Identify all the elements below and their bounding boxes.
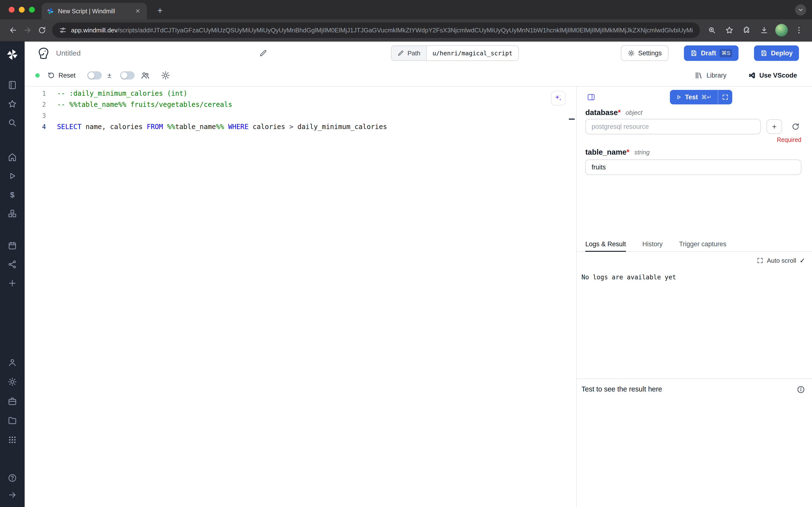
extensions-button[interactable] [740,23,754,38]
table-field-label-row: table_name* string [585,147,801,158]
script-header: Path u/henri/magical_script Settings Dra… [25,42,812,65]
table-name-input[interactable] [585,160,801,175]
draft-button[interactable]: Draft ⌘S [684,45,739,61]
required-asterisk: * [627,148,630,156]
test-shortcut: ⌘↵ [701,94,711,101]
sidebar-item-settings[interactable] [6,376,18,388]
ai-assistant-button[interactable] [551,91,566,105]
script-title-input[interactable] [56,49,259,57]
toggle-multiplayer[interactable] [120,71,135,79]
zoom-icon [708,26,716,35]
script-toolbar: Reset ± Library Use VScode [25,65,812,87]
bookmark-button[interactable] [722,23,737,38]
add-resource-button[interactable]: + [766,119,782,134]
site-settings-icon[interactable] [59,26,67,34]
code-line[interactable]: -- %%table_name%% fruits/vegetables/cere… [57,99,576,110]
gear-icon [628,50,635,57]
check-icon[interactable]: ✓ [800,257,805,265]
info-icon[interactable] [797,385,805,394]
users-icon[interactable] [140,70,150,80]
sidebar-item-variables[interactable]: $ [6,189,18,201]
use-vscode-button[interactable]: Use VScode [748,71,797,79]
reload-icon [38,26,46,35]
sidebar-item-help[interactable] [6,472,18,484]
path-value: u/henri/magical_script [427,46,518,60]
table-input-row [585,160,801,175]
table-field-label: table_name* [585,148,630,157]
test-label: Test [685,94,698,101]
reload-button[interactable] [35,23,49,38]
expand-logs-icon[interactable] [757,257,763,264]
code-lines[interactable]: -- :daily_minimum_calories (int)-- %%tab… [57,87,576,507]
settings-button[interactable]: Settings [621,45,669,61]
window-controls [9,7,35,12]
windmill-favicon-icon [46,7,54,15]
reset-button[interactable]: Reset [47,71,76,79]
code-line[interactable] [57,110,576,121]
database-resource-input[interactable] [585,119,761,134]
minimize-window-button[interactable] [19,7,25,12]
table-field-type: string [634,149,650,156]
windmill-logo-icon[interactable] [6,48,19,61]
tab-close-icon[interactable]: ✕ [133,7,142,15]
sidebar-item-resources[interactable] [6,208,18,219]
sidebar-item-folders[interactable] [6,415,18,426]
url-text: app.windmill.dev/scripts/add#JTdCJTIyaGF… [71,26,693,34]
sidebar-item-scripts[interactable] [6,79,18,91]
puzzle-icon [742,26,751,35]
line-number: 4 [25,121,46,132]
autoscroll-label[interactable]: Auto scroll [767,257,796,264]
sidebar-item-search[interactable] [6,117,18,128]
sidebar-item-runs[interactable] [6,170,18,182]
refresh-resources-button[interactable] [790,121,801,132]
database-field-label-row: database* object [585,107,801,118]
path-chip[interactable]: Path u/henri/magical_script [391,45,519,61]
sidebar-collapse-button[interactable] [6,489,18,501]
sidebar-item-schedules[interactable] [6,240,18,251]
edit-title-pencil-icon[interactable] [259,49,267,57]
close-window-button[interactable] [9,7,14,12]
downloads-button[interactable] [757,23,771,38]
tab-trigger-captures[interactable]: Trigger captures [679,238,727,252]
toggle-diff-mode[interactable] [87,71,102,79]
browser-tabstrip: New Script | Windmill ✕ + [0,0,812,19]
sidebar-item-create[interactable] [6,277,18,289]
collapse-panel-button[interactable] [585,91,597,103]
browser-menu-button[interactable] [792,23,806,38]
address-bar[interactable]: app.windmill.dev/scripts/add#JTdCJTIyaGF… [52,22,700,38]
database-field-type: object [626,109,642,116]
home-icon [7,152,17,162]
deploy-button[interactable]: Deploy [754,45,799,61]
required-asterisk: * [618,108,621,117]
sidebar-item-apps[interactable] [6,434,18,446]
expand-test-button[interactable] [718,90,732,104]
sidebar-item-home[interactable] [6,151,18,163]
plus-minus-icon: ± [108,71,111,79]
test-button[interactable]: Test ⌘↵ [670,90,718,104]
sidebar-group-bottom [6,472,18,501]
browser-tab[interactable]: New Script | Windmill ✕ [42,3,147,19]
profile-avatar[interactable] [775,24,788,37]
new-tab-button[interactable]: + [154,4,166,17]
forward-button[interactable] [20,23,35,38]
star-icon [725,26,734,35]
editor-settings-gear-icon[interactable] [161,70,170,80]
sidebar-item-favorites[interactable] [6,98,18,110]
postgresql-icon [37,46,50,60]
sidebar-item-triggers[interactable] [6,259,18,270]
sidebar-item-workers[interactable] [6,395,18,407]
fullscreen-window-button[interactable] [29,7,35,12]
forward-arrow-icon [23,25,32,35]
tab-logs-result[interactable]: Logs & Result [585,238,626,252]
zoom-button[interactable] [705,23,719,38]
script-title-wrap [56,49,267,57]
library-button[interactable]: Library [695,71,727,79]
code-line[interactable]: -- :daily_minimum_calories (int) [57,88,576,99]
back-button[interactable] [6,23,20,38]
tab-history[interactable]: History [642,238,663,252]
code-editor[interactable]: 1234 -- :daily_minimum_calories (int)-- … [25,87,577,507]
code-line[interactable]: SELECT name, calories FROM %%table_name%… [57,121,576,132]
tab-search-button[interactable] [795,4,806,15]
sidebar-item-account[interactable] [6,357,18,368]
save-icon [760,50,767,57]
